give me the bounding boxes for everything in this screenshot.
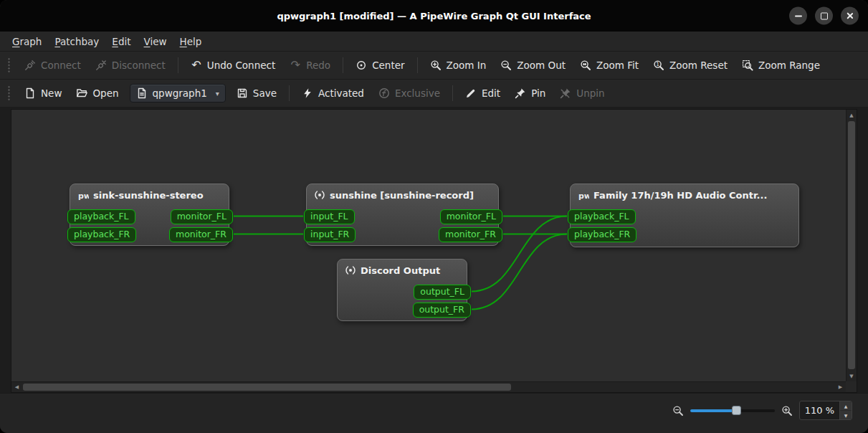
pin-button[interactable]: Pin <box>508 83 552 103</box>
close-button[interactable] <box>841 7 859 25</box>
graph-node-discord-output[interactable]: Discord Outputoutput_FLoutput_FR <box>337 259 467 321</box>
input-port-input-fr[interactable]: input_FR <box>304 227 356 242</box>
graph-frame: pwsink-sunshine-stereoplayback_FLplaybac… <box>0 108 868 393</box>
window-controls <box>789 7 859 25</box>
toolbar-button-label: Disconnect <box>112 60 166 71</box>
graph-node-family-17h-19h-hd-audio-contr[interactable]: pwFamily 17h/19h HD Audio Contr...playba… <box>570 184 799 247</box>
input-port-playback-fl[interactable]: playback_FL <box>67 209 135 224</box>
menu-graph[interactable]: Graph <box>6 34 48 49</box>
toolbar-button-label: Redo <box>306 60 330 71</box>
statusbar: 110 % ▲ ▼ <box>0 393 868 433</box>
zoom-in-button[interactable]: Zoom In <box>424 55 493 75</box>
toolbar-button-label: Unpin <box>576 87 604 99</box>
toolbar-button-label: Exclusive <box>395 87 440 99</box>
new-button[interactable]: New <box>18 83 68 103</box>
zoom-slider[interactable] <box>690 405 775 416</box>
zoom-slider-fill <box>690 409 737 412</box>
zoom-out-icon[interactable] <box>672 405 684 417</box>
output-port-monitor-fl[interactable]: monitor_FL <box>171 209 233 224</box>
toolbar-button-label: Zoom Fit <box>596 60 639 71</box>
zoom-fit-button[interactable]: Zoom Fit <box>573 55 645 75</box>
zoom-controls: 110 % ▲ ▼ <box>672 401 852 420</box>
chevron-down-icon: ▾ <box>216 90 219 97</box>
toolbar-drag-handle[interactable] <box>7 57 11 73</box>
zoom-in-icon[interactable] <box>781 405 793 417</box>
connect-icon <box>24 60 36 71</box>
zoom-reset-button[interactable]: 1Zoom Reset <box>647 55 734 75</box>
zoom-value: 110 % <box>800 401 839 419</box>
scroll-left-icon[interactable]: ◀ <box>11 382 22 392</box>
scroll-right-icon[interactable]: ▶ <box>835 382 846 392</box>
activated-icon <box>302 87 313 99</box>
zoom-spin-up-button[interactable]: ▲ <box>840 401 852 410</box>
toolbar-separator <box>178 57 178 73</box>
zoom-spin-down-button[interactable]: ▼ <box>840 410 852 419</box>
titlebar[interactable]: qpwgraph1 [modified] — A PipeWire Graph … <box>0 0 868 32</box>
menubar: GraphPatchbayEditViewHelp <box>0 32 868 52</box>
input-port-playback-fr[interactable]: playback_FR <box>568 227 636 242</box>
zoom-slider-handle[interactable] <box>732 406 741 415</box>
save-button[interactable]: Save <box>230 83 283 103</box>
patchbay-file-icon <box>136 87 148 99</box>
zoom-range-icon <box>742 60 753 71</box>
zoom-reset-icon: 1 <box>653 60 664 71</box>
toolbar-file: NewOpenqpwgraph1▾SaveActivatedExclusiveE… <box>0 80 868 108</box>
open-button[interactable]: Open <box>70 83 125 103</box>
menu-edit[interactable]: Edit <box>105 34 137 49</box>
exclusive-button[interactable]: Exclusive <box>372 83 447 103</box>
toolbar-button-label: New <box>41 87 62 99</box>
redo-icon: ↷ <box>290 60 301 71</box>
graph-node-sunshine-sunshine-record[interactable]: sunshine [sunshine-record]input_FLinput_… <box>306 184 499 246</box>
undo-connect-button[interactable]: ↶Undo Connect <box>184 55 282 75</box>
horizontal-scrollbar[interactable]: ◀ ▶ <box>11 381 846 392</box>
zoom-range-button[interactable]: Zoom Range <box>735 55 826 75</box>
output-port-monitor-fl[interactable]: monitor_FL <box>440 209 502 224</box>
disconnect-button[interactable]: Disconnect <box>89 55 172 75</box>
zoom-spinbox[interactable]: 110 % ▲ ▼ <box>799 401 852 420</box>
menu-view[interactable]: View <box>138 34 173 49</box>
minimize-button[interactable] <box>789 7 807 25</box>
toolbar-button-label: Zoom Reset <box>669 60 728 71</box>
menu-patchbay[interactable]: Patchbay <box>48 34 105 49</box>
toolbar-button-label: Connect <box>41 60 81 71</box>
center-button[interactable]: Center <box>349 55 411 75</box>
toolbar-drag-handle[interactable] <box>7 85 11 101</box>
edit-button[interactable]: Edit <box>459 83 507 103</box>
pipewire-icon: pw <box>77 189 89 201</box>
output-port-output-fl[interactable]: output_FL <box>414 285 471 300</box>
scroll-down-icon[interactable]: ▼ <box>846 371 857 381</box>
input-port-input-fl[interactable]: input_FL <box>304 209 355 224</box>
toolbar-separator <box>417 57 418 73</box>
redo-button[interactable]: ↷Redo <box>283 55 337 75</box>
unpin-button[interactable]: Unpin <box>553 83 611 103</box>
menu-help[interactable]: Help <box>173 34 209 49</box>
connect-button[interactable]: Connect <box>18 55 87 75</box>
svg-text:pw: pw <box>578 191 589 201</box>
input-port-playback-fl[interactable]: playback_FL <box>568 209 636 224</box>
activated-button[interactable]: Activated <box>295 83 371 103</box>
toolbar-button-label: Center <box>372 60 404 71</box>
output-port-monitor-fr[interactable]: monitor_FR <box>439 227 502 242</box>
vertical-scrollbar-handle[interactable] <box>848 121 855 369</box>
patchbay-file-combo[interactable]: qpwgraph1▾ <box>130 84 226 103</box>
output-port-monitor-fr[interactable]: monitor_FR <box>169 227 233 242</box>
toolbar-button-label: Activated <box>318 87 364 99</box>
center-icon <box>356 60 367 71</box>
unpin-icon <box>560 87 571 99</box>
toolbar-separator <box>452 85 453 101</box>
scroll-up-icon[interactable]: ▲ <box>846 110 857 120</box>
horizontal-scrollbar-handle[interactable] <box>23 384 511 391</box>
toolbar-button-label: Undo Connect <box>207 60 275 71</box>
scrollbar-corner <box>846 381 857 392</box>
maximize-icon <box>821 12 828 19</box>
zoom-out-button[interactable]: Zoom Out <box>494 55 572 75</box>
vertical-scrollbar[interactable]: ▲ ▼ <box>846 110 857 381</box>
node-header: pwFamily 17h/19h HD Audio Contr... <box>571 184 798 201</box>
graph-node-sink-sunshine-stereo[interactable]: pwsink-sunshine-stereoplayback_FLplaybac… <box>70 184 229 246</box>
output-port-output-fr[interactable]: output_FR <box>413 303 471 318</box>
new-icon <box>24 87 36 99</box>
maximize-button[interactable] <box>815 7 833 25</box>
input-port-playback-fr[interactable]: playback_FR <box>67 227 136 242</box>
graph-canvas[interactable]: pwsink-sunshine-stereoplayback_FLplaybac… <box>11 110 846 381</box>
edit-icon <box>465 87 477 99</box>
